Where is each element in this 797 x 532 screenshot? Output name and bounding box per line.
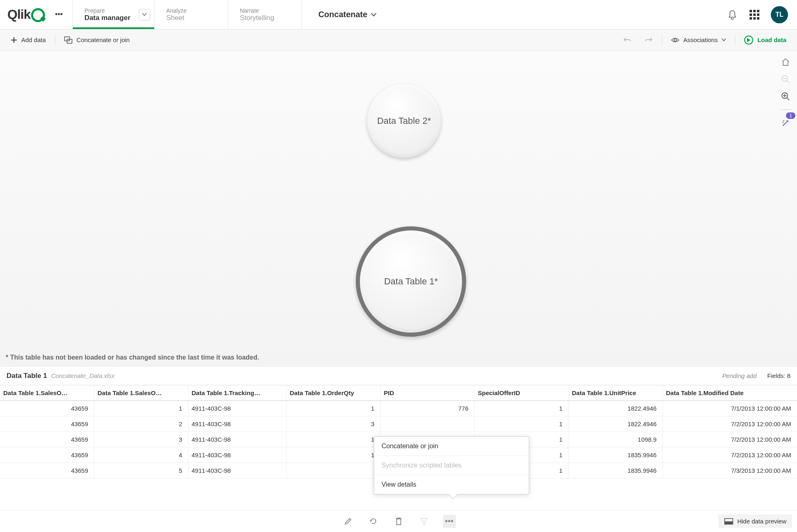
- bottom-center-tools: •••: [341, 515, 456, 528]
- table-cell: 7/1/2013 12:00:00 AM: [662, 401, 797, 416]
- preview-right: Pending add Fields: 8: [722, 372, 790, 379]
- preview-header: Data Table 1 Concatenate_Data.xlsx Pendi…: [0, 366, 797, 385]
- bubble-data-table-1[interactable]: Data Table 1*: [356, 226, 466, 337]
- table-cell: 1: [286, 432, 380, 447]
- hide-preview-button[interactable]: Hide data preview: [718, 514, 792, 528]
- separator: [735, 34, 735, 46]
- column-header[interactable]: Data Table 1.Tracking…: [188, 385, 286, 401]
- play-icon: [744, 36, 753, 45]
- header-center: Concatenate: [302, 0, 727, 29]
- table-cell: 1: [474, 416, 568, 432]
- tab-prepare[interactable]: Prepare Data manager: [73, 0, 155, 29]
- add-data-button[interactable]: Add data: [5, 33, 52, 47]
- associations-button[interactable]: Associations: [665, 33, 732, 47]
- table-cell: 1098.9: [568, 432, 662, 447]
- canvas-footnote: * This table has not been loaded or has …: [6, 354, 259, 361]
- table-cell: 1: [286, 401, 380, 416]
- avatar[interactable]: TL: [771, 6, 788, 23]
- table-cell: 5: [94, 463, 188, 478]
- menu-item-label: Synchronize scripted tables: [382, 462, 462, 469]
- table-cell: 43659: [0, 416, 94, 432]
- menu-view-details[interactable]: View details: [374, 475, 529, 494]
- table-cell: 1: [474, 401, 568, 416]
- wand-badge-count: 1: [786, 112, 795, 119]
- table-cell: [286, 463, 380, 478]
- column-header[interactable]: Data Table 1.SalesO…: [94, 385, 188, 401]
- separator: [55, 34, 55, 46]
- context-menu: Concatenate or join Synchronize scripted…: [374, 436, 529, 494]
- bubble-data-table-2[interactable]: Data Table 2*: [367, 84, 441, 158]
- table-cell: 43659: [0, 432, 94, 447]
- column-header[interactable]: Data Table 1.Modified Date: [662, 385, 797, 401]
- page-title[interactable]: Concatenate: [318, 10, 376, 19]
- menu-item-label: Concatenate or join: [382, 443, 438, 449]
- table-row[interactable]: 4365924911-403C-98311822.49467/2/2013 12…: [0, 416, 797, 432]
- column-header[interactable]: Data Table 1.UnitPrice: [568, 385, 662, 401]
- undo-button[interactable]: [617, 34, 637, 47]
- table-cell: 1822.4946: [568, 401, 662, 416]
- divider: [780, 110, 791, 110]
- plus-icon: [11, 37, 17, 43]
- table-cell: 7/2/2013 12:00:00 AM: [662, 432, 797, 447]
- table-cell: 776: [380, 401, 474, 416]
- avatar-initials: TL: [775, 11, 784, 18]
- preview-file-name: Concatenate_Data.xlsx: [51, 372, 114, 379]
- column-header[interactable]: SpecialOfferID: [474, 385, 568, 401]
- table-cell: 1835.9946: [568, 463, 662, 478]
- bubble-label: Data Table 2*: [377, 116, 431, 126]
- logo-area: Qlik •••: [0, 0, 72, 29]
- svg-point-2: [674, 39, 676, 41]
- zoom-in-icon[interactable]: [780, 91, 791, 102]
- table-cell: 2: [94, 416, 188, 432]
- tab-main-label: Storytelling: [240, 14, 290, 22]
- redo-button[interactable]: [639, 34, 658, 47]
- chevron-down-icon: [142, 13, 146, 16]
- refresh-icon[interactable]: [367, 515, 380, 528]
- table-cell: [380, 416, 474, 432]
- table-cell: 1835.9946: [568, 447, 662, 463]
- concatenate-label: Concatenate or join: [76, 36, 130, 43]
- tab-caret[interactable]: [139, 9, 150, 20]
- table-cell: 1822.4946: [568, 416, 662, 432]
- bell-icon[interactable]: [727, 9, 738, 20]
- edit-icon[interactable]: [341, 515, 355, 528]
- concatenate-icon: [64, 36, 72, 44]
- concatenate-button[interactable]: Concatenate or join: [58, 33, 135, 47]
- table-row[interactable]: 4365914911-403C-98177611822.49467/1/2013…: [0, 401, 797, 416]
- home-icon[interactable]: [780, 56, 791, 68]
- tab-narrate[interactable]: Narrate Storytelling: [228, 0, 302, 29]
- column-header[interactable]: PID: [380, 385, 474, 401]
- page-title-text: Concatenate: [318, 10, 367, 19]
- pending-label: Pending add: [722, 372, 757, 379]
- delete-icon[interactable]: [392, 515, 405, 528]
- magic-wand-icon[interactable]: 1: [780, 117, 791, 129]
- more-icon[interactable]: •••: [52, 8, 65, 21]
- filter-icon[interactable]: [418, 515, 431, 528]
- more-actions-icon[interactable]: •••: [443, 515, 456, 528]
- separator: [662, 34, 662, 46]
- tab-analyze[interactable]: Analyze Sheet: [155, 0, 228, 29]
- eye-icon: [671, 37, 679, 43]
- header-right: TL: [727, 0, 797, 29]
- logo-text: Qlik: [7, 7, 30, 22]
- menu-concatenate-join[interactable]: Concatenate or join: [374, 437, 529, 456]
- chevron-down-icon: [371, 13, 376, 16]
- add-data-label: Add data: [21, 36, 46, 43]
- canvas-tools: 1: [780, 56, 791, 129]
- load-data-button[interactable]: Load data: [739, 32, 792, 48]
- tab-small-label: Analyze: [166, 7, 216, 14]
- column-header[interactable]: Data Table 1.OrderQty: [286, 385, 380, 401]
- table-cell: 1: [94, 401, 188, 416]
- menu-item-label: View details: [382, 481, 416, 488]
- qlik-q-icon: [31, 8, 45, 22]
- canvas[interactable]: Data Table 2* Data Table 1* * This table…: [0, 51, 797, 366]
- column-header[interactable]: Data Table 1.SalesO…: [0, 385, 94, 401]
- table-cell: 3: [94, 432, 188, 447]
- table-header-row: Data Table 1.SalesO…Data Table 1.SalesO……: [0, 385, 797, 401]
- app-launcher-icon[interactable]: [749, 9, 760, 20]
- table-cell: 4911-403C-98: [188, 432, 286, 447]
- bottom-bar: ••• Hide data preview: [0, 510, 797, 532]
- zoom-out-icon[interactable]: [780, 74, 791, 85]
- chevron-down-icon: [722, 38, 726, 41]
- table-cell: 4911-403C-98: [188, 447, 286, 463]
